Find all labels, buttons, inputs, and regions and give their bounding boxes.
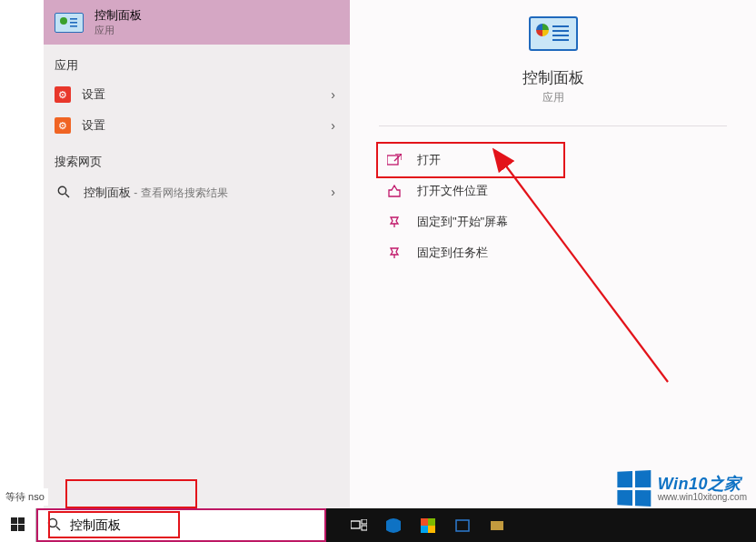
- pin-icon: [386, 216, 403, 228]
- gear-icon: ⚙: [55, 117, 71, 134]
- svg-rect-9: [11, 517, 17, 524]
- taskbar-app-2[interactable]: [412, 508, 444, 542]
- svg-rect-17: [362, 526, 367, 530]
- windows-start-icon: [11, 517, 25, 534]
- status-text: 等待 nso: [2, 488, 48, 506]
- taskbar-app-3[interactable]: [446, 508, 479, 542]
- chevron-right-icon: ›: [331, 87, 335, 102]
- svg-rect-3: [70, 25, 77, 27]
- action-list: 打开 打开文件位置 固定到"开始"屏幕 固定到任务栏: [350, 132, 756, 268]
- taskbar: [0, 508, 756, 542]
- gear-icon: ⚙: [55, 86, 71, 103]
- best-match-item[interactable]: 控制面板 应用: [44, 0, 350, 45]
- svg-rect-18: [456, 520, 469, 531]
- best-match-text: 控制面板 应用: [94, 7, 142, 37]
- svg-rect-6: [387, 156, 398, 165]
- svg-rect-12: [18, 525, 25, 531]
- svg-rect-15: [351, 521, 360, 528]
- app-item-settings-1[interactable]: ⚙ 设置 ›: [44, 79, 350, 110]
- taskview-button[interactable]: [343, 508, 375, 542]
- chevron-right-icon: ›: [331, 118, 335, 133]
- app-item-label: 设置: [82, 117, 105, 134]
- svg-point-4: [58, 186, 65, 194]
- svg-rect-10: [18, 517, 25, 524]
- search-results-panel: 控制面板 应用 应用 ⚙ 设置 › ⚙ 设置 › 搜索网页 控制面板 - 查看网…: [44, 0, 350, 508]
- svg-rect-2: [70, 22, 77, 24]
- action-label: 打开: [417, 152, 441, 168]
- control-panel-large-icon: [529, 16, 578, 51]
- action-open-location[interactable]: 打开文件位置: [379, 176, 727, 206]
- svg-rect-16: [362, 519, 367, 524]
- taskbar-app-4[interactable]: [481, 508, 513, 542]
- taskbar-search-box[interactable]: [36, 508, 326, 542]
- search-icon: [55, 183, 73, 201]
- best-match-subtitle: 应用: [94, 24, 142, 37]
- chevron-right-icon: ›: [331, 185, 335, 199]
- best-match-title: 控制面板: [94, 7, 142, 24]
- action-pin-start[interactable]: 固定到"开始"屏幕: [379, 206, 727, 237]
- watermark: Win10之家 www.win10xitong.com: [616, 471, 747, 506]
- start-button[interactable]: [0, 508, 36, 542]
- svg-point-0: [60, 17, 67, 25]
- open-icon: [386, 154, 403, 166]
- action-label: 打开文件位置: [417, 183, 488, 199]
- web-search-item[interactable]: 控制面板 - 查看网络搜索结果 ›: [44, 176, 350, 208]
- detail-panel: 控制面板 应用 打开 打开文件位置 固定到"开始"屏幕 固定到任务栏: [350, 0, 756, 508]
- section-header-web: 搜索网页: [44, 141, 350, 176]
- detail-title: 控制面板: [350, 67, 756, 88]
- folder-icon: [386, 185, 403, 197]
- detail-subtitle: 应用: [350, 90, 756, 105]
- taskbar-app-1[interactable]: [377, 508, 410, 542]
- divider: [379, 125, 727, 126]
- action-label: 固定到"开始"屏幕: [417, 214, 508, 230]
- section-header-apps: 应用: [44, 45, 350, 79]
- action-pin-taskbar[interactable]: 固定到任务栏: [379, 237, 727, 268]
- pin-icon: [386, 246, 403, 259]
- svg-rect-11: [11, 525, 17, 531]
- watermark-url: www.win10xitong.com: [658, 492, 747, 502]
- svg-rect-19: [491, 521, 503, 530]
- control-panel-icon: [55, 13, 84, 33]
- svg-point-13: [49, 518, 57, 527]
- search-icon: [47, 517, 61, 534]
- svg-rect-1: [70, 18, 77, 20]
- app-item-label: 设置: [82, 86, 105, 103]
- action-open[interactable]: 打开: [379, 145, 727, 176]
- web-item-sub: - 查看网络搜索结果: [131, 186, 228, 199]
- detail-header: 控制面板 应用: [350, 0, 756, 120]
- ms-logo-icon: [421, 518, 435, 533]
- app-item-settings-2[interactable]: ⚙ 设置 ›: [44, 110, 350, 141]
- windows-logo-icon: [617, 470, 651, 507]
- svg-line-5: [65, 194, 69, 197]
- taskbar-search-input[interactable]: [70, 518, 315, 533]
- svg-line-14: [56, 527, 60, 530]
- web-item-title: 控制面板: [84, 186, 131, 199]
- action-label: 固定到任务栏: [417, 245, 488, 261]
- watermark-title: Win10之家: [658, 476, 747, 492]
